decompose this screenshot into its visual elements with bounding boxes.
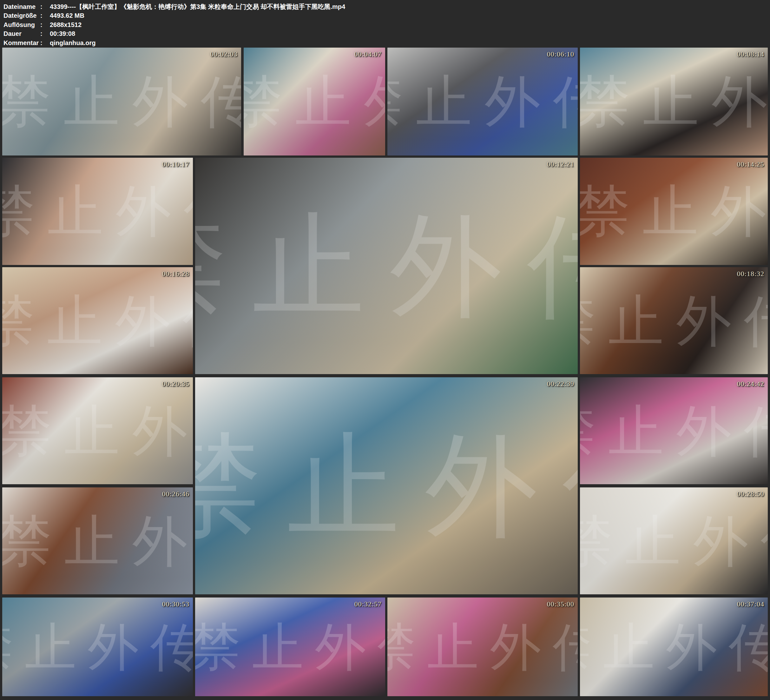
- video-thumbnail: 禁止外传 00:14:25: [580, 158, 768, 265]
- timestamp-overlay: 00:12:21: [547, 160, 574, 169]
- video-thumbnail: 禁止外传 00:20:35: [2, 377, 193, 484]
- watermark-text: 禁止外传: [580, 403, 768, 459]
- timestamp-overlay: 00:24:42: [737, 380, 764, 388]
- timestamp-overlay: 00:35:00: [547, 600, 574, 608]
- video-thumbnail: 禁止外传 00:02:03: [2, 48, 241, 156]
- timestamp-overlay: 00:20:35: [162, 380, 189, 388]
- timestamp-overlay: 00:06:10: [547, 50, 574, 58]
- watermark-text: 禁止外传: [2, 183, 193, 239]
- video-thumbnail: 禁止外传 00:12:21: [195, 158, 578, 374]
- timestamp-overlay: 00:10:17: [162, 160, 189, 169]
- timestamp-overlay: 00:08:14: [737, 50, 764, 58]
- timestamp-overlay: 00:02:03: [210, 50, 238, 58]
- timestamp-overlay: 00:14:25: [737, 160, 764, 169]
- video-thumbnail: 禁止外传 00:32:57: [195, 598, 385, 696]
- watermark-text: 禁止外传: [195, 429, 578, 542]
- video-thumbnail: 禁止外传 00:35:00: [387, 598, 578, 696]
- timestamp-overlay: 00:04:07: [354, 50, 382, 58]
- watermark-text: 禁止外传: [580, 621, 768, 673]
- watermark-text: 禁止外传: [387, 621, 578, 673]
- video-contact-sheet: Dateiname : 43399----【枫叶工作室】《魅影危机：艳缚行动》第…: [0, 0, 770, 700]
- video-thumbnail: 禁止外传 00:10:17: [2, 158, 193, 265]
- watermark-text: 禁止外传: [2, 513, 193, 569]
- watermark-text: 禁止外传: [195, 210, 578, 322]
- watermark-text: 禁止外传: [244, 74, 385, 130]
- video-thumbnail: 禁止外传 00:16:28: [2, 267, 193, 374]
- watermark-text: 禁止外传: [387, 74, 578, 130]
- thumbnail-grid: 禁止外传 00:02:03 禁止外传 00:04:07 禁止外传 00:06:1…: [0, 0, 770, 700]
- watermark-text: 禁止外传: [580, 183, 768, 239]
- timestamp-overlay: 00:22:39: [547, 380, 574, 388]
- video-thumbnail: 禁止外传 00:06:10: [387, 48, 578, 156]
- watermark-text: 禁止外传: [580, 513, 768, 569]
- timestamp-overlay: 00:18:32: [737, 270, 764, 278]
- video-thumbnail: 禁止外传 00:28:50: [580, 488, 768, 594]
- timestamp-overlay: 00:37:04: [737, 600, 764, 608]
- watermark-text: 禁止外传: [2, 621, 193, 673]
- watermark-text: 禁止外传: [2, 403, 193, 459]
- video-thumbnail: 禁止外传 00:24:42: [580, 377, 768, 484]
- video-thumbnail: 禁止外传 00:08:14: [580, 48, 768, 156]
- timestamp-overlay: 00:26:46: [162, 490, 189, 498]
- watermark-text: 禁止外传: [580, 74, 768, 130]
- timestamp-overlay: 00:28:50: [737, 490, 764, 498]
- watermark-text: 禁止外传: [2, 293, 193, 348]
- video-thumbnail: 禁止外传 00:22:39: [195, 377, 578, 594]
- video-thumbnail: 禁止外传 00:30:53: [2, 598, 193, 696]
- video-thumbnail: 禁止外传 00:04:07: [244, 48, 385, 156]
- watermark-text: 禁止外传: [2, 74, 241, 130]
- watermark-text: 禁止外传: [195, 621, 385, 673]
- video-thumbnail: 禁止外传 00:37:04: [580, 598, 768, 696]
- timestamp-overlay: 00:32:57: [354, 600, 382, 608]
- video-thumbnail: 禁止外传 00:26:46: [2, 488, 193, 594]
- video-thumbnail: 禁止外传 00:18:32: [580, 267, 768, 374]
- watermark-text: 禁止外传: [580, 293, 768, 348]
- timestamp-overlay: 00:16:28: [162, 270, 189, 278]
- timestamp-overlay: 00:30:53: [162, 600, 189, 608]
